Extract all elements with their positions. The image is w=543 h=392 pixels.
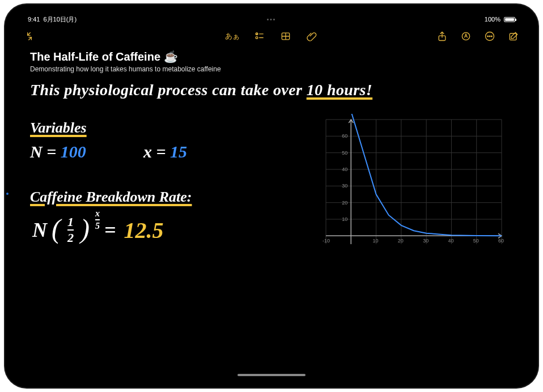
svg-point-13 [491,36,493,37]
svg-text:-10: -10 [323,238,330,244]
text-style-button[interactable]: あぁ [225,31,240,41]
x-value: 15 [170,142,187,161]
svg-point-11 [487,36,489,37]
svg-text:20: 20 [398,238,404,244]
coffee-emoji: ☕ [164,50,178,63]
battery-icon [504,17,515,22]
svg-point-12 [489,36,490,37]
rate-heading: Caffeine Breakdown Rate: [30,189,192,206]
svg-text:60: 60 [498,238,504,244]
hand-line-1: This physiological process can take over… [30,81,372,99]
variable-x: x = 15 [143,142,187,161]
note-title: The Half-Life of Caffeine ☕ [30,50,513,63]
half-num: 1 [67,216,74,228]
variables-heading-text: Variables [30,120,87,136]
svg-text:40: 40 [448,238,453,244]
svg-point-3 [256,37,258,39]
more-icon[interactable] [483,30,496,42]
paren-open: ( [52,216,61,241]
note-subtitle: Demonstrating how long it takes humans t… [30,65,513,73]
x-label: x = [143,142,166,161]
formula-n: N [32,218,47,242]
checklist-icon[interactable] [253,30,266,42]
n-label: N = [30,142,56,161]
share-icon[interactable] [436,30,448,42]
side-indicator [6,193,9,195]
exp-bar [95,219,100,220]
svg-text:30: 30 [342,183,347,189]
svg-text:60: 60 [342,133,347,139]
svg-text:40: 40 [342,167,347,172]
exp-num: x [95,208,100,219]
ipad-frame: 9:41 6月10日(月) ••• 100% あぁ [5,5,538,387]
formula-result: 12.5 [124,217,163,244]
rate-heading-text: Caffeine Breakdown Rate: [30,189,192,205]
status-date: 6月10日(月) [43,15,77,24]
collapse-icon[interactable] [23,30,36,42]
fraction-half: 1 2 [67,216,74,244]
svg-text:10: 10 [342,216,347,222]
attachment-icon[interactable] [306,30,318,42]
svg-text:50: 50 [473,238,479,244]
screen: 9:41 6月10日(月) ••• 100% あぁ [13,12,530,380]
paren-close: ) [80,216,90,241]
note-title-text: The Half-Life of Caffeine [30,50,160,63]
note-content[interactable]: The Half-Life of Caffeine ☕ Demonstratin… [13,46,530,347]
equals-sign: = [104,218,116,242]
compose-icon[interactable] [507,30,520,42]
handwriting-canvas[interactable]: This physiological process can take over… [30,81,513,347]
status-bar: 9:41 6月10日(月) ••• 100% [13,12,530,24]
formula: N ( 1 2 ) x 5 = 12.5 [32,216,163,244]
home-indicator[interactable] [237,374,306,376]
exponent: x 5 [95,208,100,231]
variable-n: N = 100 [30,142,86,161]
svg-text:30: 30 [423,238,429,244]
svg-text:10: 10 [373,238,379,244]
svg-text:20: 20 [342,200,347,206]
toolbar: あぁ [13,24,530,46]
n-value: 100 [61,142,86,161]
status-time: 9:41 [28,16,40,23]
svg-text:50: 50 [342,150,347,156]
graph-svg: -10102030405060102030405060 [320,114,507,255]
exp-den: 5 [95,221,100,231]
markup-icon[interactable] [460,30,472,42]
hand-line-1a: This physiological process can take over [30,81,307,99]
decay-graph: -10102030405060102030405060 [320,114,507,255]
status-ellipsis: ••• [267,16,277,23]
battery-percent: 100% [485,16,500,23]
variables-heading: Variables [30,120,87,137]
hand-line-1b: 10 hours! [307,81,372,99]
half-den: 2 [67,232,74,244]
table-icon[interactable] [279,30,292,42]
